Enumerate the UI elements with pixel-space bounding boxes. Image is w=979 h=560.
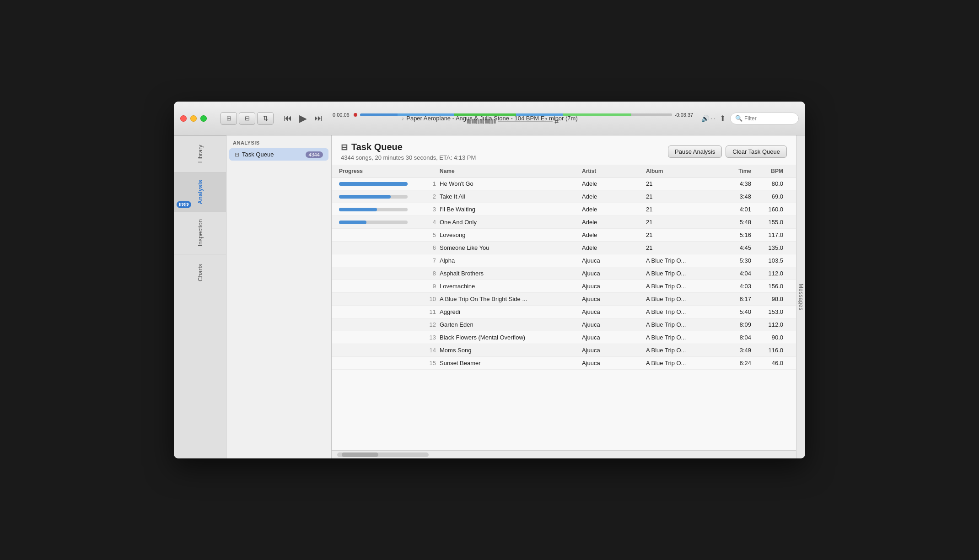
song-time: 4:45 [719, 244, 751, 251]
song-time: 3:49 [719, 347, 751, 354]
song-bpm: 80.0 [751, 180, 783, 187]
play-button[interactable]: ▶ [297, 112, 309, 125]
song-bpm: 46.0 [751, 360, 783, 366]
task-actions: Pause Analysis Clear Task Queue [668, 145, 787, 158]
cover-view-button[interactable]: ⊟ [239, 112, 255, 125]
progress-cell [339, 221, 421, 224]
progress-fill [339, 208, 377, 211]
sidebar-item-analysis[interactable]: 4344 Analysis [174, 172, 226, 211]
song-artist: Adele [582, 232, 646, 238]
minimize-button[interactable] [190, 115, 197, 122]
filter-icon: 🔍 [735, 115, 742, 122]
row-number: 8 [421, 270, 440, 277]
song-album: 21 [646, 206, 719, 213]
song-bpm: 153.0 [751, 308, 783, 315]
row-number: 1 [421, 180, 440, 187]
horizontal-scrollbar[interactable] [337, 452, 429, 457]
table-row[interactable]: 13Black Flowers (Mental Overflow)AjuucaA… [332, 331, 796, 344]
song-artist: Ajuuca [582, 296, 646, 302]
table-row[interactable]: 1He Won't GoAdele214:3880.0 [332, 178, 796, 190]
filter-input[interactable] [744, 115, 790, 122]
messages-panel[interactable]: Messages [796, 135, 805, 458]
fast-forward-button[interactable]: ⏭ [312, 113, 324, 124]
row-number: 6 [421, 244, 440, 251]
song-name: Black Flowers (Mental Overflow) [440, 334, 582, 341]
song-time: 4:04 [719, 270, 751, 277]
library-view-button[interactable]: ⊞ [221, 112, 237, 125]
queue-icon: ⊟ [235, 151, 239, 158]
table-row[interactable]: 15Sunset BeamerAjuucaA Blue Trip O...6:2… [332, 357, 796, 370]
table-row[interactable]: 3I'll Be WaitingAdele214:01160.0 [332, 203, 796, 216]
row-number: 3 [421, 206, 440, 213]
song-time: 8:04 [719, 334, 751, 341]
song-name: Asphalt Brothers [440, 270, 582, 277]
col-album: Album [646, 168, 719, 174]
sort-button[interactable]: ⇅ [257, 112, 274, 125]
table-row[interactable]: 8Asphalt BrothersAjuucaA Blue Trip O...4… [332, 267, 796, 280]
song-album: A Blue Trip O... [646, 270, 719, 277]
song-artist: Ajuuca [582, 283, 646, 290]
playhead-marker [354, 113, 357, 117]
progress-bar [339, 221, 408, 224]
song-album: A Blue Trip O... [646, 308, 719, 315]
table-row[interactable]: 10A Blue Trip On The Bright Side ...Ajuu… [332, 293, 796, 306]
progress-bar [339, 195, 408, 199]
filter-box[interactable]: 🔍 [730, 113, 799, 124]
volume-dots: · · [711, 116, 715, 121]
sidebar-item-library[interactable]: Library [174, 135, 226, 172]
col-bpm: BPM [751, 168, 783, 174]
rewind-button[interactable]: ⏮ [282, 113, 294, 124]
song-time: 6:24 [719, 360, 751, 366]
song-album: A Blue Trip O... [646, 321, 719, 328]
scrollbar-thumb[interactable] [342, 452, 378, 457]
segment-rest [631, 113, 672, 116]
table-row[interactable]: 7AlphaAjuucaA Blue Trip O...5:30103.5 [332, 254, 796, 267]
titlebar: ⊞ ⊟ ⇅ ⏮ ▶ ⏭ 0:00.06 -0:03.37 [174, 102, 805, 135]
table-row[interactable]: 5LovesongAdele215:16117.0 [332, 229, 796, 242]
song-artist: Ajuuca [582, 360, 646, 366]
close-button[interactable] [180, 115, 187, 122]
pause-analysis-button[interactable]: Pause Analysis [668, 145, 722, 158]
song-name: Moms Song [440, 347, 582, 354]
row-number: 10 [421, 296, 440, 302]
row-number: 14 [421, 347, 440, 354]
progress-bar [339, 182, 408, 186]
song-album: A Blue Trip O... [646, 334, 719, 341]
song-bpm: 116.0 [751, 347, 783, 354]
song-name: Lovemachine [440, 283, 582, 290]
clear-task-queue-button[interactable]: Clear Task Queue [726, 145, 787, 158]
table-row[interactable]: 6Someone Like YouAdele214:45135.0 [332, 242, 796, 254]
task-header: ⊟ Task Queue 4344 songs, 20 minutes 30 s… [332, 135, 796, 165]
song-name: Sunset Beamer [440, 360, 582, 366]
share-button[interactable]: ⬆ [720, 114, 726, 123]
song-time: 5:48 [719, 219, 751, 226]
song-time: 4:38 [719, 180, 751, 187]
song-artist: Ajuuca [582, 270, 646, 277]
table-row[interactable]: 2Take It AllAdele213:4869.0 [332, 190, 796, 203]
table-row[interactable]: 4One And OnlyAdele215:48155.0 [332, 216, 796, 229]
task-queue-item[interactable]: ⊟ Task Queue 4344 [229, 148, 328, 161]
table-row[interactable]: 9LovemachineAjuucaA Blue Trip O...4:0315… [332, 280, 796, 293]
analysis-panel-header: ANALYSIS [226, 135, 331, 148]
song-name: One And Only [440, 219, 582, 226]
song-bpm: 135.0 [751, 244, 783, 251]
row-number: 2 [421, 193, 440, 200]
song-artist: Adele [582, 219, 646, 226]
table-row[interactable]: 11AggrediAjuucaA Blue Trip O...5:40153.0 [332, 306, 796, 318]
song-time: 4:01 [719, 206, 751, 213]
song-album: A Blue Trip O... [646, 360, 719, 366]
maximize-button[interactable] [200, 115, 207, 122]
table-row[interactable]: 14Moms SongAjuucaA Blue Trip O...3:49116… [332, 344, 796, 357]
col-artist: Artist [582, 168, 646, 174]
song-time: 4:03 [719, 283, 751, 290]
col-name: Name [440, 168, 582, 174]
song-bpm: 69.0 [751, 193, 783, 200]
song-album: 21 [646, 180, 719, 187]
task-queue-label: Task Queue [242, 151, 274, 158]
volume-icon[interactable]: 🔊 [701, 115, 709, 122]
song-album: 21 [646, 244, 719, 251]
table-row[interactable]: 12Garten EdenAjuucaA Blue Trip O...8:091… [332, 318, 796, 331]
sidebar-item-charts[interactable]: Charts [174, 254, 226, 291]
sidebar-item-inspection[interactable]: Inspection [174, 211, 226, 253]
table-body: 1He Won't GoAdele214:3880.02Take It AllA… [332, 178, 796, 450]
